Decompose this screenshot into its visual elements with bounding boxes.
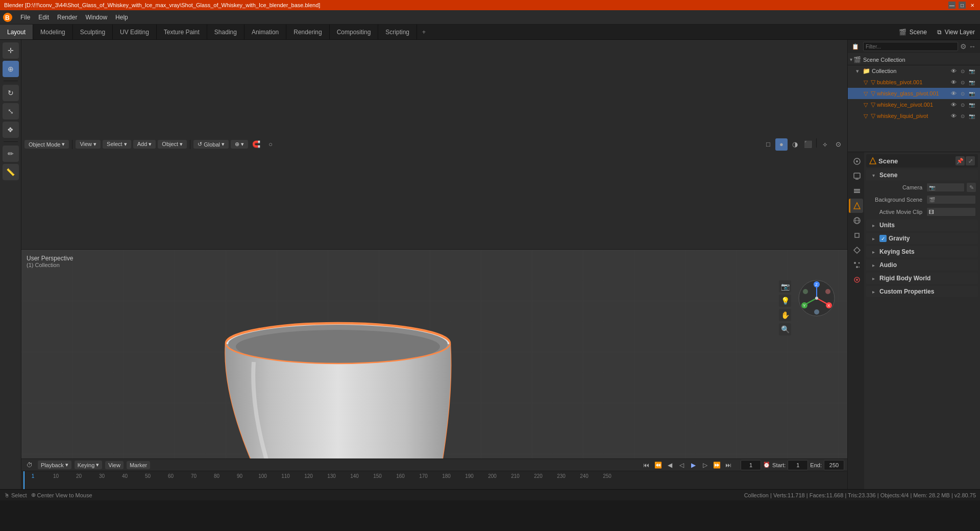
outliner-bubbles[interactable]: ▽ ▽ bubbles_pivot.001 👁 ⊙ 📷 [848,77,980,88]
prop-tab-modifiers[interactable] [849,243,863,257]
object-menu[interactable]: Object ▾ [158,140,187,149]
measure-tool[interactable]: 📏 [3,164,19,180]
camera-eyedrop[interactable]: ✎ [967,183,976,192]
scene-subsection-header[interactable]: ▾ Scene [866,170,978,181]
maximize-button[interactable]: □ [959,2,966,9]
tab-modeling[interactable]: Modeling [33,25,73,39]
transform-tool[interactable]: ❖ [3,122,19,138]
tab-rendering[interactable]: Rendering [286,25,329,39]
viewport-cameras-icon[interactable]: 📷 [779,280,791,293]
proportional-edit[interactable]: ○ [264,138,277,151]
view-menu[interactable]: View ▾ [76,140,101,149]
start-frame[interactable]: 1 [788,460,808,470]
keying-menu[interactable]: Keying▾ [75,461,103,469]
liquid-cam[interactable]: 📷 [968,112,976,120]
camera-field[interactable]: 📷 [926,183,965,192]
custom-properties-header[interactable]: ▸ Custom Properties [866,286,978,297]
current-frame[interactable]: 1 [741,460,761,470]
outliner-sync-btn[interactable]: ↔ [969,42,976,51]
bubbles-eye[interactable]: 👁 [949,78,958,86]
prop-tab-particles[interactable] [849,258,863,272]
viewport-shading-lpe[interactable]: ◑ [789,138,801,151]
ice-cam[interactable]: 📷 [968,101,976,109]
prop-tab-scene[interactable] [849,199,863,213]
active-movie-clip-field[interactable]: 🎞 [926,207,976,216]
glass-cam[interactable]: 📷 [968,89,976,98]
prop-tab-view-layer[interactable] [849,184,863,198]
viewport-overlay[interactable]: ⟡ [819,138,831,151]
play-backward-button[interactable]: ◁ [676,460,687,470]
tab-texture-paint[interactable]: Texture Paint [157,25,207,39]
tab-sculpting[interactable]: Sculpting [73,25,113,39]
viewport-shading-wireframe[interactable]: □ [762,138,774,151]
3d-viewport[interactable]: User Perspective (1) Collection 📷 💡 ✋ 🔍 … [21,250,847,459]
viewport-shading-rendered[interactable]: ⬛ [802,138,814,151]
rotate-tool[interactable]: ↻ [3,85,19,101]
prop-tab-object[interactable] [849,228,863,243]
add-workspace-button[interactable]: + [417,25,431,39]
ice-filter[interactable]: ⊙ [959,101,967,109]
background-scene-field[interactable]: 🎬 [926,195,976,204]
jump-start-button[interactable]: ⏮ [641,460,651,470]
tab-animation[interactable]: Animation [244,25,286,39]
tab-layout[interactable]: Layout [0,25,33,39]
collection-restrict[interactable]: ⊙ [959,67,967,75]
next-keyframe-button[interactable]: ⏩ [712,460,722,470]
marker-menu[interactable]: Marker [127,461,150,469]
audio-header[interactable]: ▸ Audio [866,259,978,271]
end-frame[interactable]: 250 [824,460,844,470]
play-button[interactable]: ▶ [688,460,698,470]
outliner-filter-btn[interactable]: ⚙ [960,42,967,51]
viewport-gizmo[interactable]: Z X Y [796,278,837,319]
select-menu[interactable]: Select ▾ [103,140,131,149]
menu-render[interactable]: Render [53,13,81,22]
gravity-header[interactable]: ▸ ✓ Gravity [866,233,978,244]
glass-eye[interactable]: 👁 [949,89,958,98]
glass-filter[interactable]: ⊙ [959,89,967,98]
playback-menu[interactable]: Playback▾ [38,461,71,469]
scene-panel-pin[interactable]: 📌 [955,156,965,165]
keying-sets-header[interactable]: ▸ Keying Sets [866,246,978,257]
menu-file[interactable]: File [16,13,34,22]
minimize-button[interactable]: — [948,2,955,9]
prop-tab-physics[interactable] [849,273,863,287]
pivot-selector[interactable]: ⊕ ▾ [231,140,248,149]
view-menu-timeline[interactable]: View [105,461,124,469]
cursor-tool[interactable]: ✛ [3,42,19,59]
menu-edit[interactable]: Edit [34,13,53,22]
outliner-glass[interactable]: ▽ ▽ whiskey_glass_pivot.001 👁 ⊙ 📷 [848,88,980,99]
move-tool[interactable]: ⊕ [3,61,19,77]
outliner-search[interactable] [863,42,958,51]
play-forward-button[interactable]: ▷ [700,460,710,470]
viewport-hand-icon[interactable]: ✋ [779,309,791,321]
liquid-filter[interactable]: ⊙ [959,112,967,120]
units-header[interactable]: ▸ Units [866,220,978,231]
timeline-playhead[interactable] [23,471,24,489]
outliner-ice[interactable]: ▽ ▽ whiskey_ice_pivot.001 👁 ⊙ 📷 [848,99,980,110]
snap-toggle[interactable]: 🧲 [250,138,262,151]
bubbles-cam[interactable]: 📷 [968,78,976,86]
prev-keyframe-button[interactable]: ⏪ [653,460,663,470]
outliner-collection[interactable]: ▾ 📁 Collection 👁 ⊙ 📷 [848,65,980,77]
bubbles-filter[interactable]: ⊙ [959,78,967,86]
collection-eye[interactable]: 👁 [949,67,958,75]
tab-uv-editing[interactable]: UV Editing [113,25,157,39]
viewport-shading-solid[interactable]: ● [775,138,788,151]
close-button[interactable]: ✕ [969,2,976,9]
ice-eye[interactable]: 👁 [949,101,958,109]
scene-panel-fullscreen[interactable]: ⤢ [966,156,975,165]
annotate-tool[interactable]: ✏ [3,146,19,162]
jump-backward-button[interactable]: ◀ [665,460,675,470]
menu-window[interactable]: Window [81,13,111,22]
scale-tool[interactable]: ⤡ [3,103,19,119]
collection-camera[interactable]: 📷 [968,67,976,75]
viewport-light-icon[interactable]: 💡 [779,295,791,307]
rigid-body-world-header[interactable]: ▸ Rigid Body World [866,273,978,284]
view-layer-name[interactable]: View Layer [945,29,975,36]
add-menu[interactable]: Add ▾ [133,140,156,149]
tab-scripting[interactable]: Scripting [378,25,417,39]
jump-end-button[interactable]: ⏭ [723,460,733,470]
prop-tab-world[interactable] [849,213,863,228]
menu-help[interactable]: Help [111,13,132,22]
gravity-checkbox[interactable]: ✓ [879,235,887,242]
